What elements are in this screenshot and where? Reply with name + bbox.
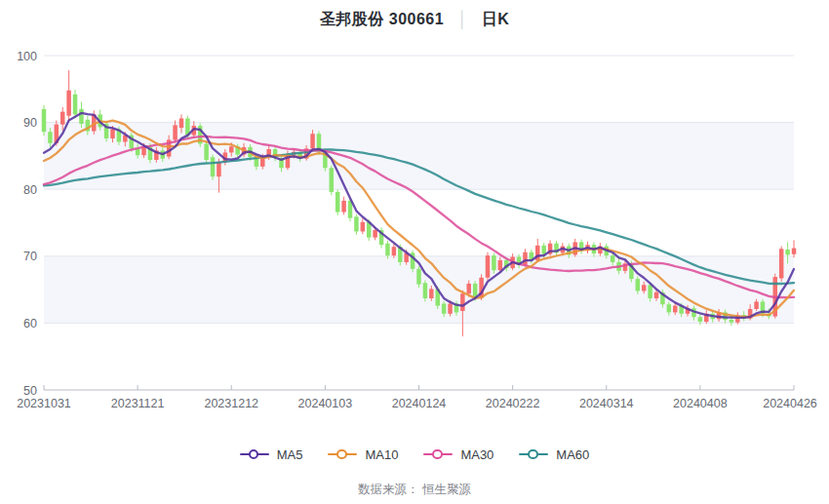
candle-body[interactable] bbox=[48, 132, 53, 143]
x-tick-label: 20240124 bbox=[392, 397, 447, 410]
candle-body[interactable] bbox=[486, 255, 491, 278]
x-tick-label: 20231212 bbox=[204, 397, 258, 410]
candle-body[interactable] bbox=[785, 250, 790, 254]
candle-body[interactable] bbox=[204, 144, 209, 160]
y-tick-label: 60 bbox=[23, 317, 37, 330]
candle-body[interactable] bbox=[179, 118, 184, 128]
kline-chart-panel: 圣邦股份 300661│日K 2023103120231121202312122… bbox=[0, 0, 829, 504]
candle-body[interactable] bbox=[173, 125, 178, 139]
candle-body[interactable] bbox=[211, 157, 216, 176]
candle-body[interactable] bbox=[698, 317, 703, 322]
candle-body[interactable] bbox=[492, 255, 496, 270]
candle-body[interactable] bbox=[498, 260, 503, 270]
candle-body[interactable] bbox=[792, 249, 797, 254]
candle-body[interactable] bbox=[648, 285, 652, 298]
candle-body[interactable] bbox=[467, 284, 472, 293]
candle-body[interactable] bbox=[229, 146, 234, 152]
candle-body[interactable] bbox=[361, 222, 366, 232]
candle-body[interactable] bbox=[654, 292, 659, 298]
candle-body[interactable] bbox=[448, 304, 453, 314]
ma-legend: MA5MA10MA30MA60 bbox=[0, 444, 829, 465]
y-tick-label: 90 bbox=[23, 116, 37, 130]
legend-item-ma5[interactable]: MA5 bbox=[240, 447, 303, 462]
legend-item-ma30[interactable]: MA30 bbox=[423, 447, 493, 462]
candle-body[interactable] bbox=[673, 306, 678, 313]
candle-body[interactable] bbox=[42, 109, 47, 132]
candle-body[interactable] bbox=[310, 134, 315, 148]
y-tick-label: 80 bbox=[23, 183, 37, 197]
candle-body[interactable] bbox=[429, 289, 434, 298]
candle-body[interactable] bbox=[392, 247, 397, 255]
x-tick-label: 20231031 bbox=[17, 397, 71, 410]
kline-chart[interactable]: 2023103120231121202312122024010320240124… bbox=[0, 0, 829, 421]
x-tick-label: 20240314 bbox=[579, 397, 634, 410]
legend-item-ma60[interactable]: MA60 bbox=[519, 447, 589, 462]
candle-body[interactable] bbox=[373, 230, 377, 238]
candle-body[interactable] bbox=[460, 293, 465, 311]
candle-body[interactable] bbox=[754, 301, 759, 309]
candle-body[interactable] bbox=[423, 283, 428, 298]
legend-label: MA5 bbox=[277, 447, 303, 462]
legend-label: MA60 bbox=[556, 447, 589, 462]
candle-body[interactable] bbox=[730, 320, 734, 323]
y-tick-label: 70 bbox=[23, 250, 37, 263]
candle-body[interactable] bbox=[79, 109, 84, 124]
candle-body[interactable] bbox=[416, 269, 421, 285]
x-tick-label: 20240222 bbox=[486, 397, 540, 410]
candle-body[interactable] bbox=[636, 279, 641, 291]
candle-body[interactable] bbox=[541, 246, 546, 254]
legend-label: MA30 bbox=[460, 447, 493, 462]
candle-body[interactable] bbox=[60, 112, 65, 125]
legend-line-marker-icon bbox=[423, 448, 453, 460]
candle-body[interactable] bbox=[611, 255, 615, 262]
legend-line-marker-icon bbox=[328, 448, 357, 460]
legend-line-marker-icon bbox=[240, 448, 269, 460]
candle-body[interactable] bbox=[336, 192, 340, 213]
candle-body[interactable] bbox=[110, 129, 115, 138]
candle-body[interactable] bbox=[642, 285, 647, 291]
candle-body[interactable] bbox=[523, 252, 528, 265]
candle-body[interactable] bbox=[341, 201, 346, 213]
candle-body[interactable] bbox=[66, 91, 71, 116]
x-tick-label: 20240408 bbox=[673, 397, 728, 410]
x-tick-label: 20240426 bbox=[763, 397, 817, 410]
legend-label: MA10 bbox=[365, 447, 398, 462]
x-tick-label: 20231121 bbox=[111, 397, 165, 410]
legend-line-marker-icon bbox=[519, 448, 548, 460]
y-tick-label: 100 bbox=[17, 50, 37, 63]
candle-body[interactable] bbox=[217, 162, 221, 176]
legend-item-ma10[interactable]: MA10 bbox=[328, 447, 398, 462]
candle-body[interactable] bbox=[667, 304, 672, 312]
candle-body[interactable] bbox=[779, 249, 784, 278]
candle-body[interactable] bbox=[330, 168, 335, 192]
candle-body[interactable] bbox=[354, 216, 359, 231]
candle-body[interactable] bbox=[385, 244, 390, 255]
x-tick-label: 20240103 bbox=[298, 397, 353, 410]
candle-body[interactable] bbox=[442, 304, 447, 314]
data-source-note: 数据来源： 恒生聚源 bbox=[0, 482, 829, 498]
y-tick-label: 50 bbox=[23, 384, 37, 398]
candle-body[interactable] bbox=[73, 95, 78, 115]
